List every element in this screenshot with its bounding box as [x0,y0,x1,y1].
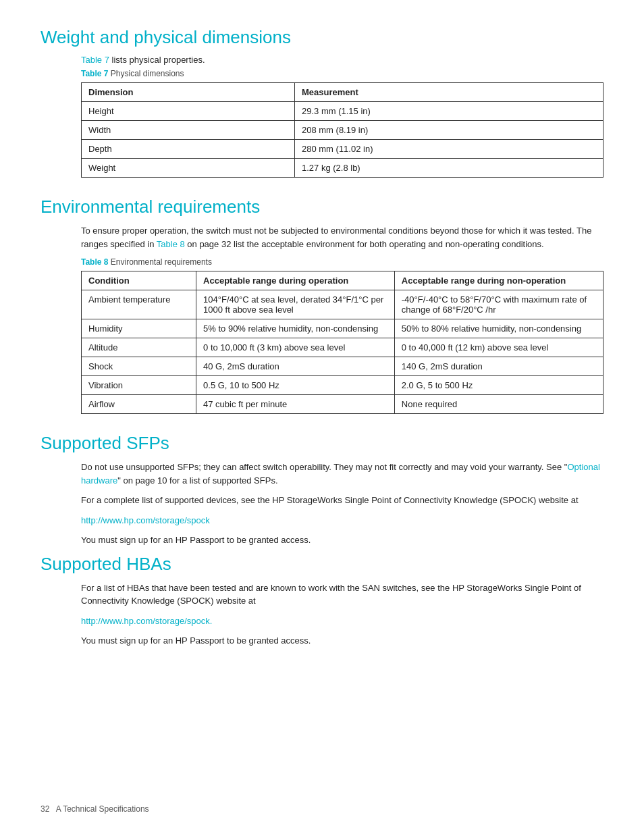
table-cell: Depth [82,140,295,159]
table-row: Width208 mm (8.19 in) [82,121,603,140]
table-cell: Humidity [82,319,196,338]
table-cell: Weight [82,159,295,178]
table-cell: 2.0 G, 5 to 500 Hz [394,376,603,395]
sfps-url[interactable]: http://www.hp.com/storage/spock [81,515,210,525]
sfps-link-line: http://www.hp.com/storage/spock [81,514,603,527]
col-condition: Condition [82,271,196,290]
footer-page-number: 32 [41,804,49,814]
footer-text: A Technical Specifications [56,804,149,814]
table-cell: 1.27 kg (2.8 lb) [294,159,603,178]
table8-link[interactable]: Table 8 [157,239,185,249]
table-cell: 208 mm (8.19 in) [294,121,603,140]
table-row: Altitude0 to 10,000 ft (3 km) above sea … [82,338,603,357]
table7-label: Table 7 [81,69,108,78]
table7-caption-text: Physical dimensions [111,69,184,78]
weight-section-title: Weight and physical dimensions [41,27,603,48]
hbas-link-line: http://www.hp.com/storage/spock. [81,615,603,628]
environmental-intro: To ensure proper operation, the switch m… [81,224,603,251]
col-measurement: Measurement [294,83,603,102]
weight-intro-text: lists physical properties. [112,55,205,65]
table-cell: Airflow [82,395,196,414]
table-row: Vibration0.5 G, 10 to 500 Hz 2.0 G, 5 to… [82,376,603,395]
sfps-para2: For a complete list of supported devices… [81,494,603,507]
table-cell: -40°F/-40°C to 58°F/70°C with maximum ra… [394,290,603,319]
sfps-para1-part2: " on page 10 for a list of supported SFP… [117,475,277,486]
table-cell: Height [82,102,295,121]
hbas-para1: For a list of HBAs that have been tested… [81,581,603,608]
hbas-url[interactable]: http://www.hp.com/storage/spock. [81,616,212,626]
table-cell: 0 to 10,000 ft (3 km) above sea level [196,338,395,357]
physical-dimensions-table: Dimension Measurement Height29.3 mm (1.1… [81,82,603,178]
table7-link[interactable]: Table 7 [81,55,109,65]
table-cell: 104°F/40°C at sea level, derated 34°F/1°… [196,290,395,319]
table-cell: 280 mm (11.02 in) [294,140,603,159]
table-row: Weight1.27 kg (2.8 lb) [82,159,603,178]
table-cell: Shock [82,357,196,376]
page-footer: 32 A Technical Specifications [41,804,149,814]
table7-caption-line: Table 7 Physical dimensions [81,69,603,78]
table8-caption-line: Table 8 Environmental requirements [81,257,603,267]
table-row: Airflow47 cubic ft per minuteNone requir… [82,395,603,414]
sfps-section-title: Supported SFPs [41,433,603,454]
table-cell: 140 G, 2mS duration [394,357,603,376]
table-row: Ambient temperature104°F/40°C at sea lev… [82,290,603,319]
table-cell: 29.3 mm (1.15 in) [294,102,603,121]
sfps-para1-part1: Do not use unsupported SFPs; they can af… [81,462,567,472]
table-row: Depth280 mm (11.02 in) [82,140,603,159]
sfps-para1: Do not use unsupported SFPs; they can af… [81,461,603,487]
table8-label: Table 8 [81,257,108,267]
table-row: Shock40 G, 2mS duration140 G, 2mS durati… [82,357,603,376]
hbas-section-title: Supported HBAs [41,554,603,575]
weight-intro: Table 7 lists physical properties. [81,55,603,65]
env-intro-part2: on page 32 list the acceptable environme… [185,239,544,249]
table-cell: Vibration [82,376,196,395]
sfps-para3: You must sign up for an HP Passport to b… [81,533,603,547]
table-cell: None required [394,395,603,414]
table-cell: 5% to 90% relative humidity, non-condens… [196,319,395,338]
table-cell: 40 G, 2mS duration [196,357,395,376]
env-table-header-row: Condition Acceptable range during operat… [82,271,603,290]
table-cell: 50% to 80% relative humidity, non-conden… [394,319,603,338]
table-row: Humidity5% to 90% relative humidity, non… [82,319,603,338]
col-dimension: Dimension [82,83,295,102]
table-cell: 0.5 G, 10 to 500 Hz [196,376,395,395]
environmental-section-title: Environmental requirements [41,197,603,217]
table-cell: Width [82,121,295,140]
table-header-row: Dimension Measurement [82,83,603,102]
table8-caption-text: Environmental requirements [111,257,212,267]
table-cell: Ambient temperature [82,290,196,319]
hbas-para2: You must sign up for an HP Passport to b… [81,634,603,648]
table-cell: Altitude [82,338,196,357]
table-cell: 0 to 40,000 ft (12 km) above sea level [394,338,603,357]
environmental-requirements-table: Condition Acceptable range during operat… [81,271,603,414]
table-cell: 47 cubic ft per minute [196,395,395,414]
col-range-operation: Acceptable range during operation [196,271,395,290]
table-row: Height29.3 mm (1.15 in) [82,102,603,121]
col-range-non-operation: Acceptable range during non-operation [394,271,603,290]
